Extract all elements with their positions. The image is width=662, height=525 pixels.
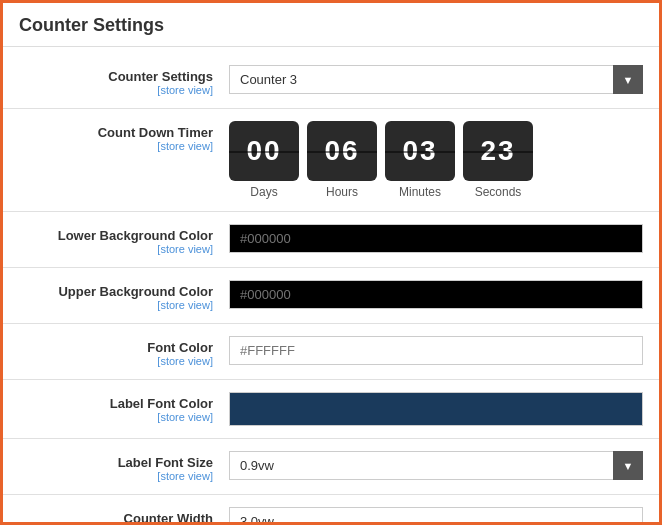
field-label-font-size: 0.8vw 0.9vw 1.0vw 1.1vw	[229, 451, 643, 480]
main-container: Counter Settings Counter Settings [store…	[0, 0, 662, 525]
timer-digit-seconds: 23	[463, 121, 533, 181]
timer-digit-hours: 06	[307, 121, 377, 181]
row-lower-bg-color: Lower Background Color [store view]	[3, 216, 659, 263]
timer-wrapper: 00 Days 06 Hours 03 Minutes 23 Seconds	[229, 121, 643, 199]
label-countdown-timer: Count Down Timer [store view]	[19, 121, 229, 152]
timer-block-hours: 06 Hours	[307, 121, 377, 199]
row-counter-width: Counter Width [store view]	[3, 499, 659, 525]
label-upper-bg: Upper Background Color [store view]	[19, 280, 229, 311]
label-counter-width: Counter Width [store view]	[19, 507, 229, 525]
page-title: Counter Settings	[3, 3, 659, 47]
timer-label-hours: Hours	[326, 185, 358, 199]
label-sub-countdown: [store view]	[19, 140, 213, 152]
timer-block-seconds: 23 Seconds	[463, 121, 533, 199]
timer-digit-days: 00	[229, 121, 299, 181]
label-main-label-font-size: Label Font Size	[19, 455, 213, 470]
row-label-font-color: Label Font Color [store view]	[3, 384, 659, 434]
lower-bg-color-input[interactable]	[229, 224, 643, 253]
label-font-size-select-wrapper: 0.8vw 0.9vw 1.0vw 1.1vw	[229, 451, 643, 480]
label-sub-upper-bg: [store view]	[19, 299, 213, 311]
upper-bg-color-input[interactable]	[229, 280, 643, 309]
label-main-upper-bg: Upper Background Color	[19, 284, 213, 299]
field-countdown-timer: 00 Days 06 Hours 03 Minutes 23 Seconds	[229, 121, 643, 199]
label-main-lower-bg: Lower Background Color	[19, 228, 213, 243]
label-counter-settings: Counter Settings [store view]	[19, 65, 229, 96]
timer-label-minutes: Minutes	[399, 185, 441, 199]
label-main-counter-settings: Counter Settings	[19, 69, 213, 84]
label-sub-label-font-size: [store view]	[19, 470, 213, 482]
timer-block-days: 00 Days	[229, 121, 299, 199]
label-label-font-color: Label Font Color [store view]	[19, 392, 229, 423]
label-sub-label-font-color: [store view]	[19, 411, 213, 423]
field-lower-bg	[229, 224, 643, 253]
timer-digit-minutes: 03	[385, 121, 455, 181]
label-lower-bg: Lower Background Color [store view]	[19, 224, 229, 255]
counter-width-input[interactable]	[229, 507, 643, 525]
label-sub-counter-settings: [store view]	[19, 84, 213, 96]
timer-block-minutes: 03 Minutes	[385, 121, 455, 199]
row-label-font-size: Label Font Size [store view] 0.8vw 0.9vw…	[3, 443, 659, 490]
label-main-countdown: Count Down Timer	[19, 125, 213, 140]
label-sub-lower-bg: [store view]	[19, 243, 213, 255]
label-sub-font-color: [store view]	[19, 355, 213, 367]
row-upper-bg-color: Upper Background Color [store view]	[3, 272, 659, 319]
label-font-size-select[interactable]: 0.8vw 0.9vw 1.0vw 1.1vw	[229, 451, 643, 480]
field-counter-width	[229, 507, 643, 525]
font-color-input[interactable]	[229, 336, 643, 365]
label-main-label-font-color: Label Font Color	[19, 396, 213, 411]
row-countdown-timer: Count Down Timer [store view] 00 Days 06…	[3, 113, 659, 207]
label-main-counter-width: Counter Width	[19, 511, 213, 525]
label-font-color-preview[interactable]	[229, 392, 643, 426]
label-font-color: Font Color [store view]	[19, 336, 229, 367]
field-counter-settings: Counter 1 Counter 2 Counter 3	[229, 65, 643, 94]
counter-settings-select[interactable]: Counter 1 Counter 2 Counter 3	[229, 65, 643, 94]
field-font-color	[229, 336, 643, 365]
timer-label-days: Days	[250, 185, 277, 199]
label-label-font-size: Label Font Size [store view]	[19, 451, 229, 482]
field-upper-bg	[229, 280, 643, 309]
timer-label-seconds: Seconds	[475, 185, 522, 199]
field-label-font-color	[229, 392, 643, 426]
row-counter-settings: Counter Settings [store view] Counter 1 …	[3, 57, 659, 104]
label-main-font-color: Font Color	[19, 340, 213, 355]
counter-settings-select-wrapper: Counter 1 Counter 2 Counter 3	[229, 65, 643, 94]
form-content: Counter Settings [store view] Counter 1 …	[3, 47, 659, 525]
row-font-color: Font Color [store view]	[3, 328, 659, 375]
